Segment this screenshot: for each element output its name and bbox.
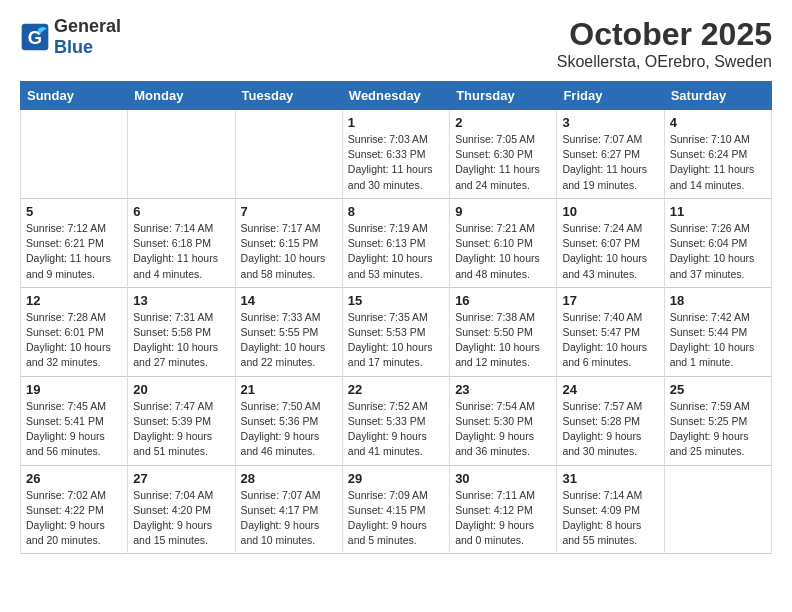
day-number: 7 (241, 204, 337, 219)
weekday-header-wednesday: Wednesday (342, 82, 449, 110)
calendar-cell: 11Sunrise: 7:26 AM Sunset: 6:04 PM Dayli… (664, 198, 771, 287)
logo-icon: G (20, 22, 50, 52)
day-number: 11 (670, 204, 766, 219)
calendar-cell: 25Sunrise: 7:59 AM Sunset: 5:25 PM Dayli… (664, 376, 771, 465)
week-row-2: 5Sunrise: 7:12 AM Sunset: 6:21 PM Daylig… (21, 198, 772, 287)
day-info: Sunrise: 7:24 AM Sunset: 6:07 PM Dayligh… (562, 221, 658, 282)
calendar-cell: 16Sunrise: 7:38 AM Sunset: 5:50 PM Dayli… (450, 287, 557, 376)
day-info: Sunrise: 7:07 AM Sunset: 4:17 PM Dayligh… (241, 488, 337, 549)
calendar-cell: 29Sunrise: 7:09 AM Sunset: 4:15 PM Dayli… (342, 465, 449, 554)
calendar-cell: 3Sunrise: 7:07 AM Sunset: 6:27 PM Daylig… (557, 110, 664, 199)
calendar-cell: 6Sunrise: 7:14 AM Sunset: 6:18 PM Daylig… (128, 198, 235, 287)
calendar-cell: 30Sunrise: 7:11 AM Sunset: 4:12 PM Dayli… (450, 465, 557, 554)
calendar-cell: 14Sunrise: 7:33 AM Sunset: 5:55 PM Dayli… (235, 287, 342, 376)
calendar-cell: 13Sunrise: 7:31 AM Sunset: 5:58 PM Dayli… (128, 287, 235, 376)
calendar-cell: 31Sunrise: 7:14 AM Sunset: 4:09 PM Dayli… (557, 465, 664, 554)
day-number: 28 (241, 471, 337, 486)
day-number: 29 (348, 471, 444, 486)
logo-text: General Blue (54, 16, 121, 58)
day-number: 13 (133, 293, 229, 308)
weekday-header-row: SundayMondayTuesdayWednesdayThursdayFrid… (21, 82, 772, 110)
calendar-cell: 24Sunrise: 7:57 AM Sunset: 5:28 PM Dayli… (557, 376, 664, 465)
calendar-cell: 20Sunrise: 7:47 AM Sunset: 5:39 PM Dayli… (128, 376, 235, 465)
calendar-cell (235, 110, 342, 199)
day-number: 15 (348, 293, 444, 308)
day-info: Sunrise: 7:28 AM Sunset: 6:01 PM Dayligh… (26, 310, 122, 371)
calendar-cell: 5Sunrise: 7:12 AM Sunset: 6:21 PM Daylig… (21, 198, 128, 287)
day-info: Sunrise: 7:40 AM Sunset: 5:47 PM Dayligh… (562, 310, 658, 371)
logo-blue: Blue (54, 37, 93, 57)
day-number: 21 (241, 382, 337, 397)
calendar-body: 1Sunrise: 7:03 AM Sunset: 6:33 PM Daylig… (21, 110, 772, 554)
calendar-header: SundayMondayTuesdayWednesdayThursdayFrid… (21, 82, 772, 110)
day-info: Sunrise: 7:45 AM Sunset: 5:41 PM Dayligh… (26, 399, 122, 460)
day-number: 19 (26, 382, 122, 397)
day-info: Sunrise: 7:12 AM Sunset: 6:21 PM Dayligh… (26, 221, 122, 282)
day-info: Sunrise: 7:50 AM Sunset: 5:36 PM Dayligh… (241, 399, 337, 460)
day-info: Sunrise: 7:54 AM Sunset: 5:30 PM Dayligh… (455, 399, 551, 460)
month-title: October 2025 (557, 16, 772, 53)
week-row-5: 26Sunrise: 7:02 AM Sunset: 4:22 PM Dayli… (21, 465, 772, 554)
day-number: 4 (670, 115, 766, 130)
calendar-cell: 7Sunrise: 7:17 AM Sunset: 6:15 PM Daylig… (235, 198, 342, 287)
day-info: Sunrise: 7:19 AM Sunset: 6:13 PM Dayligh… (348, 221, 444, 282)
day-number: 14 (241, 293, 337, 308)
title-area: October 2025 Skoellersta, OErebro, Swede… (557, 16, 772, 71)
calendar-container: G General Blue October 2025 Skoellersta,… (0, 0, 792, 564)
day-number: 6 (133, 204, 229, 219)
day-number: 24 (562, 382, 658, 397)
day-number: 3 (562, 115, 658, 130)
day-info: Sunrise: 7:38 AM Sunset: 5:50 PM Dayligh… (455, 310, 551, 371)
day-number: 23 (455, 382, 551, 397)
day-number: 12 (26, 293, 122, 308)
day-number: 5 (26, 204, 122, 219)
day-info: Sunrise: 7:31 AM Sunset: 5:58 PM Dayligh… (133, 310, 229, 371)
day-info: Sunrise: 7:02 AM Sunset: 4:22 PM Dayligh… (26, 488, 122, 549)
logo-general: General (54, 16, 121, 36)
calendar-cell: 4Sunrise: 7:10 AM Sunset: 6:24 PM Daylig… (664, 110, 771, 199)
day-info: Sunrise: 7:52 AM Sunset: 5:33 PM Dayligh… (348, 399, 444, 460)
calendar-cell: 8Sunrise: 7:19 AM Sunset: 6:13 PM Daylig… (342, 198, 449, 287)
weekday-header-monday: Monday (128, 82, 235, 110)
day-info: Sunrise: 7:35 AM Sunset: 5:53 PM Dayligh… (348, 310, 444, 371)
day-info: Sunrise: 7:07 AM Sunset: 6:27 PM Dayligh… (562, 132, 658, 193)
calendar-cell: 22Sunrise: 7:52 AM Sunset: 5:33 PM Dayli… (342, 376, 449, 465)
day-number: 31 (562, 471, 658, 486)
day-number: 26 (26, 471, 122, 486)
calendar-cell: 28Sunrise: 7:07 AM Sunset: 4:17 PM Dayli… (235, 465, 342, 554)
weekday-header-thursday: Thursday (450, 82, 557, 110)
day-info: Sunrise: 7:03 AM Sunset: 6:33 PM Dayligh… (348, 132, 444, 193)
day-number: 16 (455, 293, 551, 308)
calendar-table: SundayMondayTuesdayWednesdayThursdayFrid… (20, 81, 772, 554)
weekday-header-friday: Friday (557, 82, 664, 110)
weekday-header-sunday: Sunday (21, 82, 128, 110)
logo: G General Blue (20, 16, 121, 58)
day-number: 8 (348, 204, 444, 219)
day-info: Sunrise: 7:57 AM Sunset: 5:28 PM Dayligh… (562, 399, 658, 460)
day-info: Sunrise: 7:04 AM Sunset: 4:20 PM Dayligh… (133, 488, 229, 549)
day-info: Sunrise: 7:21 AM Sunset: 6:10 PM Dayligh… (455, 221, 551, 282)
calendar-cell: 21Sunrise: 7:50 AM Sunset: 5:36 PM Dayli… (235, 376, 342, 465)
day-number: 20 (133, 382, 229, 397)
calendar-cell: 27Sunrise: 7:04 AM Sunset: 4:20 PM Dayli… (128, 465, 235, 554)
day-info: Sunrise: 7:14 AM Sunset: 6:18 PM Dayligh… (133, 221, 229, 282)
calendar-cell: 1Sunrise: 7:03 AM Sunset: 6:33 PM Daylig… (342, 110, 449, 199)
day-number: 25 (670, 382, 766, 397)
day-number: 22 (348, 382, 444, 397)
weekday-header-tuesday: Tuesday (235, 82, 342, 110)
day-info: Sunrise: 7:09 AM Sunset: 4:15 PM Dayligh… (348, 488, 444, 549)
day-number: 27 (133, 471, 229, 486)
day-info: Sunrise: 7:42 AM Sunset: 5:44 PM Dayligh… (670, 310, 766, 371)
day-number: 2 (455, 115, 551, 130)
calendar-cell: 26Sunrise: 7:02 AM Sunset: 4:22 PM Dayli… (21, 465, 128, 554)
calendar-cell: 18Sunrise: 7:42 AM Sunset: 5:44 PM Dayli… (664, 287, 771, 376)
day-info: Sunrise: 7:11 AM Sunset: 4:12 PM Dayligh… (455, 488, 551, 549)
day-info: Sunrise: 7:05 AM Sunset: 6:30 PM Dayligh… (455, 132, 551, 193)
day-number: 18 (670, 293, 766, 308)
location-title: Skoellersta, OErebro, Sweden (557, 53, 772, 71)
calendar-cell: 15Sunrise: 7:35 AM Sunset: 5:53 PM Dayli… (342, 287, 449, 376)
day-info: Sunrise: 7:26 AM Sunset: 6:04 PM Dayligh… (670, 221, 766, 282)
header-area: G General Blue October 2025 Skoellersta,… (20, 16, 772, 71)
day-number: 9 (455, 204, 551, 219)
day-info: Sunrise: 7:17 AM Sunset: 6:15 PM Dayligh… (241, 221, 337, 282)
